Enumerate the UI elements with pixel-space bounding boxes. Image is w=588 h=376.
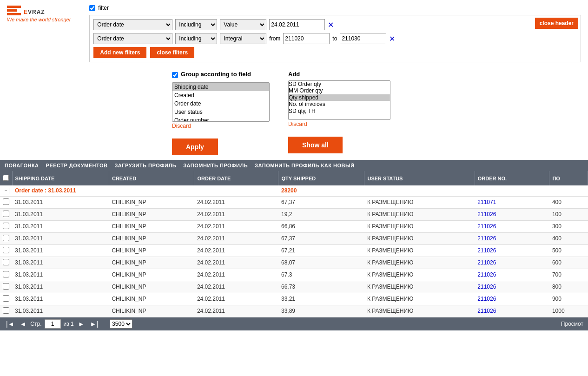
cell-po: 1000 [549,305,588,317]
table-row: 31.03.2011 CHILIKIN_NP 24.02.2011 66,73 … [0,281,588,293]
show-all-button[interactable]: Show all [288,137,343,153]
group-expand-button[interactable]: − [3,188,9,194]
cell-shipping: 31.03.2011 [12,208,109,220]
row-checkbox[interactable] [3,307,9,314]
row-checkbox[interactable] [3,223,9,229]
filter-checkbox[interactable] [89,5,95,11]
next-page-button[interactable]: ► [77,320,86,328]
order-no-link[interactable]: 211026 [477,235,496,242]
cell-status: К РАЗМЕЩЕНИЮ [364,220,475,232]
cell-created: CHILIKIN_NP [109,208,194,220]
row-checkbox[interactable] [3,259,9,265]
group-checkbox[interactable] [172,72,178,78]
cell-shipping: 31.03.2011 [12,220,109,232]
row-checkbox[interactable] [3,283,9,290]
table-body: − Order date : 31.03.2011 28200 31.03.20… [0,185,588,317]
row-checkbox[interactable] [3,271,9,277]
order-no-link[interactable]: 211026 [477,211,496,218]
add-discard-link[interactable]: Discard [288,121,390,127]
filter-field-1[interactable]: Order date [93,19,172,30]
order-no-link[interactable]: 211026 [477,247,496,254]
apply-button[interactable]: Apply [172,139,218,155]
order-no-link[interactable]: 211071 [477,199,496,205]
add-new-filters-button[interactable]: Add new filters [93,47,146,58]
toolbar-load-profile[interactable]: ЗАГРУЗИТЬ ПРОФИЛЬ [114,163,176,168]
cell-order-date: 24.02.2011 [194,305,278,317]
select-all-checkbox[interactable] [3,175,9,181]
filter-to-input[interactable] [340,33,386,44]
filter-row-1: Order date Including Value ✕ [93,19,577,30]
cell-shipping: 31.03.2011 [12,305,109,317]
filter-field-2[interactable]: Order date [93,33,172,44]
table-row: 31.03.2011 CHILIKIN_NP 24.02.2011 66,86 … [0,220,588,232]
row-checkbox[interactable] [3,211,9,217]
first-page-button[interactable]: |◄ [5,320,16,328]
logo: EVRAZ We make the world stronger [7,5,71,22]
cell-shipping: 31.03.2011 [12,269,109,281]
cell-po: 400 [549,232,588,244]
filter-type-2[interactable]: Integral [220,33,266,44]
cell-shipping: 31.03.2011 [12,257,109,269]
cell-order-no: 211026 [475,257,549,269]
cell-po: 100 [549,208,588,220]
pagination-bar: |◄ ◄ Стр. из 1 ► ►| 3500 1000 500 Просмо… [0,317,588,330]
rows-per-page-select[interactable]: 3500 1000 500 [110,319,132,329]
cell-qty: 33,89 [278,305,364,317]
toolbar-save-profile[interactable]: ЗАПОМНИТЬ ПРОФИЛЬ [183,163,248,168]
cell-qty: 67,21 [278,244,364,257]
toolbar-reestr[interactable]: РЕЕСТР ДОКУМЕНТОВ [46,163,108,168]
col-po: ПО [549,171,588,185]
row-checkbox[interactable] [3,235,9,241]
cell-order-date: 24.02.2011 [194,196,278,208]
filter-op-2[interactable]: Including [175,33,217,44]
filter-op-1[interactable]: Including [175,19,217,30]
order-no-link[interactable]: 211026 [477,296,496,302]
toolbar-save-profile-new[interactable]: ЗАПОМНИТЬ ПРОФИЛЬ КАК НОВЫЙ [255,163,355,168]
add-field-listbox[interactable]: SD Order qty MM Order qty Qty shipped No… [288,80,390,120]
order-no-link[interactable]: 211026 [477,259,496,266]
cell-created: CHILIKIN_NP [109,281,194,293]
table-row: 31.03.2011 CHILIKIN_NP 24.02.2011 19,2 К… [0,208,588,220]
order-no-link[interactable]: 211026 [477,284,496,290]
close-filters-button[interactable]: close filters [150,47,194,58]
close-header-button[interactable]: close header [535,18,578,29]
group-field-listbox[interactable]: Shipping date Created Order date User st… [172,82,270,122]
cell-created: CHILIKIN_NP [109,220,194,232]
order-no-link[interactable]: 211026 [477,271,496,278]
cell-status: К РАЗМЕЩЕНИЮ [364,293,475,305]
from-label: from [269,35,280,42]
page-input[interactable] [45,319,61,329]
cell-po: 300 [549,220,588,232]
cell-po: 900 [549,293,588,305]
row-checkbox[interactable] [3,247,9,253]
row-checkbox[interactable] [3,198,9,205]
filter-type-1[interactable]: Value [220,19,266,30]
row-checkbox[interactable] [3,295,9,302]
cell-shipping: 31.03.2011 [12,293,109,305]
order-no-link[interactable]: 211026 [477,308,496,314]
cell-order-no: 211026 [475,305,549,317]
col-shipping-date: SHIPPING DATE [12,171,109,185]
filter-actions: Add new filters close filters [93,47,577,58]
cell-qty: 66,73 [278,281,364,293]
remove-filter-2[interactable]: ✕ [389,34,395,43]
remove-filter-1[interactable]: ✕ [328,20,334,29]
filter-from-input[interactable] [283,33,330,44]
cell-po: 800 [549,281,588,293]
filter-value-1[interactable] [269,19,325,30]
toolbar-povagonka[interactable]: ПОВАГОНКА [5,163,39,168]
cell-order-date: 24.02.2011 [194,208,278,220]
cell-order-date: 24.02.2011 [194,269,278,281]
last-page-button[interactable]: ►| [89,320,100,328]
cell-status: К РАЗМЕЩЕНИЮ [364,281,475,293]
add-label: Add [288,71,390,78]
group-discard-link[interactable]: Discard [172,123,270,129]
prev-page-button[interactable]: ◄ [19,320,28,328]
order-no-link[interactable]: 211026 [477,223,496,230]
logo-tagline: We make the world stronger [7,17,71,22]
cell-order-no: 211026 [475,244,549,257]
cell-shipping: 31.03.2011 [12,196,109,208]
cell-order-date: 24.02.2011 [194,257,278,269]
group-header-row: − Order date : 31.03.2011 28200 [0,185,588,196]
cell-status: К РАЗМЕЩЕНИЮ [364,232,475,244]
